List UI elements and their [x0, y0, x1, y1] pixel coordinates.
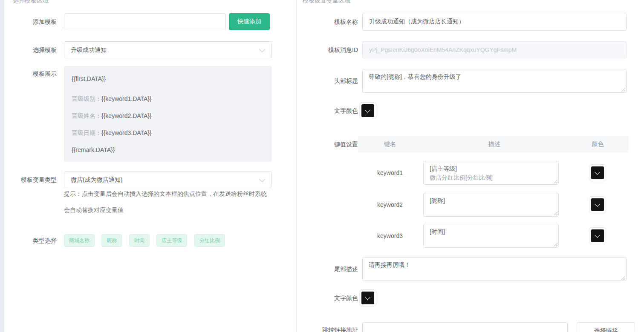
preview-line: 晋级日期：{{keyword3.DATA}} [72, 128, 152, 138]
chevron-down-icon [595, 169, 600, 175]
select-template-label: 选择模板 [9, 41, 57, 58]
add-template-label: 添加模板 [9, 13, 57, 30]
add-template-input[interactable] [64, 13, 226, 30]
kv-row-key: keyword2 [358, 193, 422, 217]
chevron-down-icon [595, 201, 600, 207]
tag-mall-name[interactable]: 商城名称 [64, 234, 95, 247]
text-color-bottom-label: 文字颜色 [298, 289, 358, 306]
color-swatch [591, 229, 604, 242]
chevron-down-icon [365, 107, 370, 113]
select-template-dropdown[interactable]: 升级成功通知 [64, 41, 272, 58]
template-name-label: 模板名称 [298, 13, 358, 31]
kv-row-color-picker[interactable] [589, 164, 606, 181]
chevron-down-icon [365, 295, 370, 300]
kv-row-desc-textarea[interactable]: [时间] [423, 224, 559, 248]
footer-desc-label: 尾部描述 [298, 257, 358, 281]
preview-line: 晋级姓名：{{keyword2.DATA}} [72, 111, 152, 121]
template-msg-id-input [362, 41, 627, 58]
kv-row-color-picker[interactable] [589, 227, 606, 244]
variable-type-value: 微店(成为微店通知) [71, 176, 122, 183]
tag-dividend-ratio[interactable]: 分红比例 [194, 234, 225, 247]
header-title-textarea[interactable]: 尊敬的[昵称]，恭喜您的身份升级了 [362, 69, 627, 93]
page-left-edge [0, 0, 4, 332]
type-tags-row: 商城名称 昵称 时间 店主等级 分红比例 [64, 234, 230, 247]
tag-nickname[interactable]: 昵称 [101, 234, 122, 247]
kv-row-desc-textarea[interactable]: [昵称] [423, 193, 559, 217]
variable-hint-line1: 提示：点击变量后会自动插入选择的文本框的焦点位置，在发送给粉丝时系统 [64, 190, 267, 198]
kv-header-desc: 描述 [422, 140, 567, 148]
resize-corner-icon[interactable] [554, 180, 557, 183]
kv-header-color: 颜色 [567, 140, 629, 148]
kv-header-key: 键名 [358, 140, 422, 148]
kv-row-key: keyword1 [358, 161, 422, 185]
template-message-settings-page: 选择模板区域 添加模板 快速添加 选择模板 升级成功通知 模板展示 {{firs… [0, 0, 644, 332]
variable-type-label: 模板变量类型 [9, 171, 57, 188]
footer-desc-textarea[interactable]: 请再接再厉哦！ [362, 257, 627, 281]
variable-hint-line2: 会自动替换对应变量值 [64, 206, 124, 214]
select-template-value: 升级成功通知 [71, 46, 107, 53]
header-title-label: 头部标题 [298, 69, 358, 93]
chevron-down-icon [259, 46, 265, 52]
jump-link-label: 跳转链接地址 [298, 322, 358, 332]
text-color-top-label: 文字颜色 [298, 102, 358, 119]
text-color-bottom-picker[interactable] [359, 289, 376, 306]
kv-table-header: 键名 描述 颜色 [358, 136, 629, 152]
resize-corner-icon[interactable] [554, 212, 557, 215]
type-select-label: 类型选择 [9, 234, 57, 247]
panel-divider [296, 0, 297, 332]
kv-row-color-picker[interactable] [589, 196, 606, 213]
color-swatch [361, 104, 374, 117]
resize-corner-icon[interactable] [554, 243, 557, 246]
tag-owner-level[interactable]: 店主等级 [156, 234, 187, 247]
chevron-down-icon [259, 176, 265, 182]
kv-settings-label: 键值设置 [298, 136, 358, 152]
quick-add-button[interactable]: 快速添加 [229, 13, 270, 30]
preview-line: {{first.DATA}} [72, 74, 106, 84]
kv-row-key: keyword3 [358, 224, 422, 248]
text-color-top-picker[interactable] [359, 102, 376, 119]
resize-corner-icon[interactable] [621, 88, 625, 92]
color-swatch [591, 166, 604, 179]
color-swatch [361, 292, 374, 304]
select-link-button[interactable]: 选择链接 [577, 322, 635, 332]
left-section-title: 选择模板区域 [13, 0, 49, 5]
template-msg-id-label: 模板消息ID [298, 41, 358, 58]
template-preview-label: 模板展示 [9, 69, 57, 78]
template-preview-box: {{first.DATA}} 晋级级别：{{keyword1.DATA}} 晋级… [64, 66, 272, 162]
color-swatch [591, 198, 604, 211]
tag-time[interactable]: 时间 [129, 234, 150, 247]
kv-row-desc-textarea[interactable]: [店主等级] 微店分红比例[分红比例] [423, 161, 559, 185]
preview-line: 晋级级别：{{keyword1.DATA}} [72, 94, 152, 104]
template-name-input[interactable] [362, 13, 627, 31]
variable-type-dropdown[interactable]: 微店(成为微店通知) [64, 171, 272, 188]
jump-link-input[interactable] [362, 322, 568, 332]
preview-line: {{remark.DATA}} [72, 145, 115, 155]
right-section-title: 模板设置变量区域 [303, 0, 350, 5]
chevron-down-icon [595, 232, 600, 238]
resize-corner-icon[interactable] [621, 276, 625, 280]
